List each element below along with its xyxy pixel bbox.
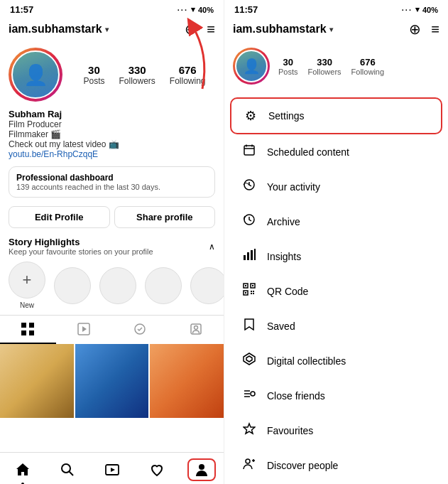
add-post-icon[interactable]: ⊕ [185,21,197,38]
svg-rect-29 [252,285,253,286]
menu-item-qrcode[interactable]: QR Code [230,274,442,308]
tab-mentions[interactable] [168,316,224,344]
add-highlight-icon: + [23,272,32,288]
bio-filmmaker: Filmmaker 🎬 [9,129,215,139]
r-following-label: Following [351,68,384,76]
photo-cell-1[interactable] [0,344,74,418]
r-stat-posts: 30 Posts [278,57,298,76]
avatar-image-right: 👤 [235,50,268,82]
tab-reels[interactable] [56,316,112,344]
header-icons-left: ⊕ ≡ [185,21,215,38]
username-row-right[interactable]: iam.subhamstark ▾ [233,23,333,36]
profile-section: 👤 30 Posts 330 Followers 676 Following [0,42,224,107]
menu-item-scheduled[interactable]: Scheduled content [230,134,442,169]
pro-dashboard-subtitle: 139 accounts reached in the last 30 days… [16,183,207,191]
grid-icon [21,323,34,335]
highlight-1[interactable] [54,267,91,304]
heart-icon [149,462,165,478]
archive-icon [241,213,257,230]
highlight-4[interactable] [190,267,224,304]
saved-icon [241,318,257,334]
bottom-nav [0,452,224,484]
r-posts-label: Posts [278,68,298,76]
stat-posts: 30 Posts [83,64,104,86]
nav-reels-bottom[interactable] [89,458,134,481]
tab-tagged[interactable] [112,316,168,344]
highlight-3[interactable] [145,267,182,304]
chevron-down-icon: ▾ [105,26,109,33]
photo-cell-2[interactable] [75,344,149,418]
collectibles-icon [241,353,257,369]
share-profile-button[interactable]: Share profile [114,206,216,228]
saved-label: Saved [267,321,295,332]
battery-icon-right: 40% [422,6,438,14]
svg-rect-24 [254,249,256,260]
menu-icon[interactable]: ≡ [207,21,215,38]
svg-rect-2 [21,330,26,335]
time-right: 11:57 [234,4,258,15]
photo-cell-3[interactable] [150,344,224,418]
svg-marker-35 [244,353,255,365]
status-bar-left: 11:57 ··· ▾ 40% [0,0,224,18]
highlights-subtitle: Keep your favourite stories on your prof… [9,247,153,256]
bio-link[interactable]: youtu.be/En-RhpCzqqE [9,149,215,159]
nav-profile[interactable] [179,458,224,481]
svg-rect-33 [251,293,252,294]
svg-line-10 [69,472,73,476]
avatar-gradient-ring: 👤 [9,48,62,102]
chevron-down-icon-right: ▾ [329,26,333,33]
svg-point-8 [194,326,197,330]
username-row-left[interactable]: iam.subhamstark ▾ [9,23,109,36]
username-text-left: iam.subhamstark [9,23,102,36]
profile-icon [194,462,209,478]
highlight-new[interactable]: + New [9,262,45,309]
stats-row-right: 30 Posts 330 Followers 676 Following [278,57,384,76]
collectibles-label: Digital collectibles [267,355,346,367]
menu-item-favourites[interactable]: Favourites [230,413,442,448]
time-left: 11:57 [10,4,33,15]
bio-name: Subham Raj [9,109,215,119]
discover-label: Discover people [267,460,338,471]
highlights-row: + New [0,257,224,315]
pro-dashboard[interactable]: Professional dashboard 139 accounts reac… [9,166,215,198]
discover-icon [241,457,257,473]
status-icons-left: ··· ▾ 40% [177,5,214,14]
r-stat-followers: 330 Followers [308,57,342,76]
insights-label: Insights [267,251,301,262]
highlight-circle-2 [99,267,136,304]
posts-number: 30 [88,64,100,76]
highlight-2[interactable] [99,267,136,304]
wifi-icon-right: ▾ [415,5,420,14]
menu-item-insights[interactable]: Insights [230,239,442,274]
svg-rect-28 [245,285,246,286]
menu-item-collectibles[interactable]: Digital collectibles [230,343,442,378]
highlight-circle-1 [54,267,91,304]
svg-rect-0 [21,323,26,328]
nav-heart[interactable] [134,458,179,481]
signal-dots: ··· [177,6,188,14]
right-panel: 11:57 ··· ▾ 40% iam.subhamstark ▾ ⊕ ≡ 👤 … [224,0,448,484]
highlight-new-circle: + [9,262,45,299]
stats-row: 30 Posts 330 Followers 676 Following [74,64,215,86]
menu-item-saved[interactable]: Saved [230,308,442,343]
header-icons-right: ⊕ ≡ [409,21,439,38]
signal-dots-right: ··· [402,6,413,14]
activity-label: Your activity [267,181,320,193]
menu-item-archive[interactable]: Archive [230,204,442,239]
archive-label: Archive [267,216,300,227]
posts-label: Posts [83,76,104,86]
chevron-up-icon[interactable]: ∧ [209,242,215,252]
tab-grid[interactable] [0,316,56,344]
add-post-icon-right[interactable]: ⊕ [409,21,421,38]
menu-item-discover[interactable]: Discover people [230,448,442,483]
nav-home[interactable] [0,458,45,481]
menu-item-activity[interactable]: Your activity [230,169,442,204]
edit-profile-button[interactable]: Edit Profile [9,206,110,228]
nav-search[interactable] [45,458,89,481]
menu-item-close-friends[interactable]: Close friends [230,378,442,413]
video-icon [104,462,120,478]
insights-icon [241,248,257,264]
avatar-person-icon-right: 👤 [243,58,261,75]
menu-item-settings[interactable]: ⚙ Settings [230,97,442,134]
menu-icon-right[interactable]: ≡ [431,21,439,38]
